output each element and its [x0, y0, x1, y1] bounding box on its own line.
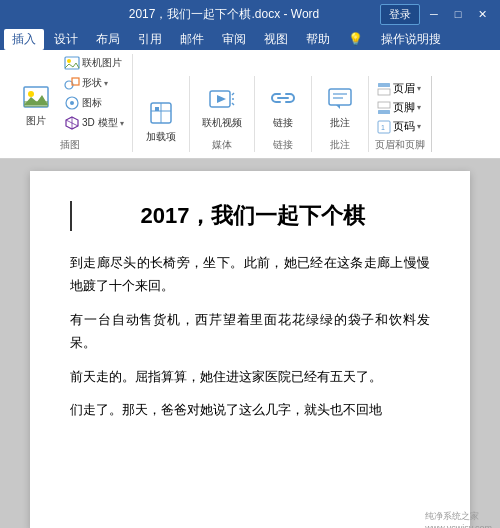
icon-label: 图标 — [82, 96, 102, 110]
shape-label: 形状 — [82, 76, 102, 90]
picture-icon — [20, 81, 52, 113]
online-picture-icon — [64, 55, 80, 71]
shape-icon — [64, 75, 80, 91]
online-picture-button[interactable]: 联机图片 — [62, 54, 126, 72]
ribbon-group-addins: 加载项 — [133, 76, 190, 152]
svg-text:1: 1 — [381, 124, 385, 131]
links-group-label: 链接 — [273, 138, 293, 152]
online-video-button[interactable]: 联机视频 — [196, 79, 248, 134]
header-button[interactable]: 页眉 ▾ — [375, 80, 423, 97]
svg-rect-3 — [65, 57, 79, 69]
small-insert-group: 联机图片 形状 ▾ — [62, 54, 126, 132]
watermark-name: 纯净系统之家 — [425, 510, 492, 523]
svg-line-20 — [232, 103, 234, 105]
svg-rect-15 — [155, 107, 159, 111]
menu-help[interactable]: 帮助 — [298, 29, 338, 50]
online-video-label: 联机视频 — [202, 116, 242, 130]
svg-marker-17 — [217, 95, 226, 103]
document-area: 2017，我们一起下个棋 到走廊尽头的长椅旁，坐下。此前，她已经在这条走廊上慢慢… — [0, 159, 500, 528]
svg-point-4 — [67, 59, 71, 63]
page-number-label: 页码 — [393, 119, 415, 134]
online-video-icon — [206, 83, 238, 115]
3d-icon — [64, 115, 80, 131]
paragraph-1: 到走廊尽头的长椅旁，坐下。此前，她已经在这条走廊上慢慢地踱了十个来回。 — [70, 251, 430, 298]
illustrations-group-label: 插图 — [60, 138, 80, 152]
svg-rect-27 — [378, 89, 390, 95]
document-title: 2017，我们一起下个棋 — [70, 201, 430, 231]
ribbon: 图片 联机图片 — [0, 50, 500, 159]
addins-label: 加载项 — [146, 130, 176, 144]
picture-label: 图片 — [26, 114, 46, 128]
header-icon — [377, 82, 391, 96]
login-button[interactable]: 登录 — [380, 4, 420, 25]
link-button[interactable]: 链接 — [261, 79, 305, 134]
picture-button[interactable]: 图片 — [14, 77, 58, 132]
svg-marker-23 — [336, 105, 340, 109]
online-picture-label: 联机图片 — [82, 56, 122, 70]
comments-group-label: 批注 — [330, 138, 350, 152]
menu-review[interactable]: 审阅 — [214, 29, 254, 50]
media-group-label: 媒体 — [212, 138, 232, 152]
paragraph-3: 前天走的。屈指算算，她住进这家医院已经有五天了。 — [70, 365, 430, 388]
paragraph-4: 们走了。那天，爸爸对她说了这么几字，就头也不回地 — [70, 398, 430, 421]
svg-rect-22 — [329, 89, 351, 105]
page-number-button[interactable]: 1 页码 ▾ — [375, 118, 423, 135]
ribbon-group-links: 链接 链接 — [255, 76, 312, 152]
header-label: 页眉 — [393, 81, 415, 96]
illustrations-row: 图片 联机图片 — [14, 54, 126, 132]
ribbon-group-illustrations: 图片 联机图片 — [8, 54, 133, 152]
addins-button[interactable]: 加载项 — [139, 93, 183, 148]
svg-line-18 — [232, 93, 234, 95]
menu-layout[interactable]: 布局 — [88, 29, 128, 50]
menu-references[interactable]: 引用 — [130, 29, 170, 50]
icon-icon — [64, 95, 80, 111]
ribbon-group-comments: 批注 批注 — [312, 76, 369, 152]
svg-point-8 — [70, 101, 74, 105]
watermark: 纯净系统之家 www.ycwjsy.com — [425, 510, 492, 528]
menu-design[interactable]: 设计 — [46, 29, 86, 50]
menu-insert[interactable]: 插入 — [4, 29, 44, 50]
title-bar: 2017，我们一起下个棋.docx - Word 登录 ─ □ ✕ — [0, 0, 500, 28]
menu-search[interactable]: 操作说明搜 — [373, 29, 449, 50]
menu-bar: 插入 设计 布局 引用 邮件 审阅 视图 帮助 💡 操作说明搜 — [0, 28, 500, 50]
svg-rect-26 — [378, 83, 390, 87]
pagenum-icon: 1 — [377, 120, 391, 134]
title-bar-controls: 登录 ─ □ ✕ — [380, 4, 492, 25]
footer-button[interactable]: 页脚 ▾ — [375, 99, 423, 116]
pagenum-dropdown-icon: ▾ — [417, 122, 421, 131]
link-label: 链接 — [273, 116, 293, 130]
comment-button[interactable]: 批注 — [318, 79, 362, 134]
watermark-url: www.ycwjsy.com — [425, 523, 492, 528]
comment-label: 批注 — [330, 116, 350, 130]
3d-model-button[interactable]: 3D 模型 ▾ — [62, 114, 126, 132]
svg-rect-28 — [378, 102, 390, 108]
svg-rect-2 — [24, 101, 48, 107]
footer-icon — [377, 101, 391, 115]
ribbon-group-media: 联机视频 媒体 — [190, 76, 255, 152]
menu-view[interactable]: 视图 — [256, 29, 296, 50]
ribbon-group-header-footer: 页眉 ▾ 页脚 ▾ 1 页码 ▾ 页眉和页脚 — [369, 76, 432, 152]
link-icon — [267, 83, 299, 115]
window-title: 2017，我们一起下个棋.docx - Word — [68, 6, 380, 23]
header-footer-group-label: 页眉和页脚 — [375, 138, 425, 152]
shape-dropdown-icon: ▾ — [104, 79, 108, 88]
menu-mailings[interactable]: 邮件 — [172, 29, 212, 50]
3d-model-label: 3D 模型 — [82, 116, 118, 130]
svg-rect-29 — [378, 110, 390, 114]
maximize-button[interactable]: □ — [448, 5, 468, 23]
addins-icon — [145, 97, 177, 129]
3d-dropdown-icon: ▾ — [120, 119, 124, 128]
close-button[interactable]: ✕ — [472, 5, 492, 23]
icon-button[interactable]: 图标 — [62, 94, 126, 112]
header-dropdown-icon: ▾ — [417, 84, 421, 93]
footer-label: 页脚 — [393, 100, 415, 115]
shape-button[interactable]: 形状 ▾ — [62, 74, 126, 92]
svg-point-1 — [28, 91, 34, 97]
comment-icon — [324, 83, 356, 115]
paragraph-2: 有一台自动售货机，西芹望着里面花花绿绿的袋子和饮料发呆。 — [70, 308, 430, 355]
document-page: 2017，我们一起下个棋 到走廊尽头的长椅旁，坐下。此前，她已经在这条走廊上慢慢… — [30, 171, 470, 528]
menu-lightbulb[interactable]: 💡 — [340, 30, 371, 48]
footer-dropdown-icon: ▾ — [417, 103, 421, 112]
minimize-button[interactable]: ─ — [424, 5, 444, 23]
